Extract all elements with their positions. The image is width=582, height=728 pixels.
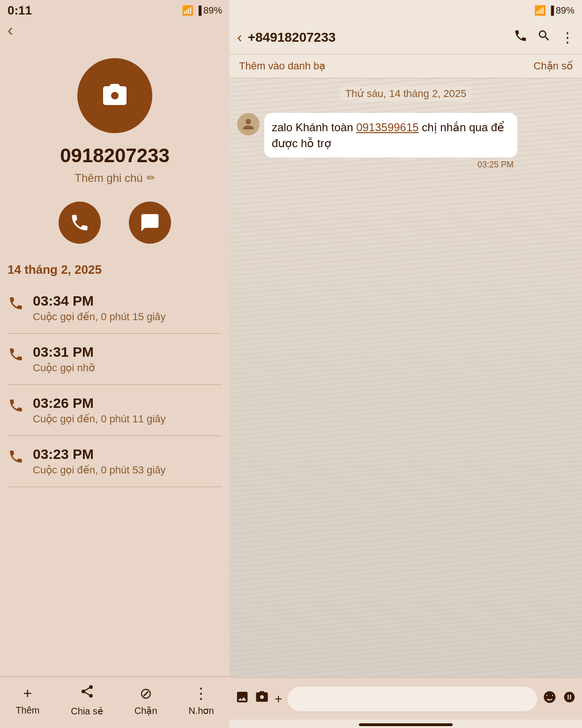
message-bubble-1: zalo Khánh toàn 0913599615 chị nhắn qua … — [264, 113, 517, 158]
bottom-item-share[interactable]: Chia sẻ — [71, 684, 103, 717]
right-panel: 📶 ▐ 89% ‹ +84918207233 ⋮ Thêm vào danh b… — [230, 0, 582, 728]
missed-call-icon — [8, 346, 24, 362]
message-row-1: zalo Khánh toàn 0913599615 chị nhắn qua … — [230, 109, 582, 161]
action-buttons — [59, 202, 171, 244]
wifi-icon-left: 📶 — [182, 5, 194, 16]
block-number-btn[interactable]: Chặn số — [534, 60, 573, 72]
add-label: Thêm — [15, 705, 39, 716]
add-to-contact-btn[interactable]: Thêm vào danh bạ — [239, 60, 325, 72]
more-label: N.hơn — [188, 705, 214, 716]
call-desc-4: Cuộc gọi đến, 0 phút 53 giây — [33, 464, 222, 476]
call-missed-icon-2 — [7, 346, 24, 363]
msg-time-1: 03:25 PM — [478, 159, 514, 171]
chat-header-icons: ⋮ — [514, 29, 575, 46]
phone-icon — [69, 212, 90, 233]
status-time-left: 0:11 — [7, 3, 32, 18]
chat-messages-area: Thứ sáu, 14 tháng 2, 2025 zalo Khánh toà… — [230, 78, 582, 677]
chat-input-field[interactable] — [288, 687, 537, 711]
signal-icon-left: ▐ — [195, 6, 201, 15]
call-item-2: 03:31 PM Cuộc gọi nhỡ — [7, 334, 222, 385]
status-icons-left: 📶 ▐ 89% — [182, 5, 222, 16]
call-in-icon-3 — [7, 397, 24, 414]
call-details-1: 03:34 PM Cuộc gọi đến, 0 phút 15 giây — [33, 293, 222, 323]
sticker-icon[interactable] — [543, 690, 557, 707]
call-in-icon-4 — [7, 448, 24, 465]
call-desc-1: Cuộc gọi đến, 0 phút 15 giây — [33, 311, 222, 323]
share-icon — [80, 684, 95, 703]
call-time-4: 03:23 PM — [33, 446, 222, 462]
call-details-2: 03:31 PM Cuộc gọi nhỡ — [33, 344, 222, 374]
date-separator-text: Thứ sáu, 14 tháng 2, 2025 — [340, 86, 472, 101]
block-icon: ⊘ — [140, 684, 152, 702]
more-header-icon[interactable]: ⋮ — [560, 29, 575, 45]
chat-input-area: + — [230, 677, 582, 720]
pencil-icon: ✏ — [147, 172, 155, 184]
battery-right: 89% — [556, 5, 575, 16]
more-icon: ⋮ — [194, 684, 209, 702]
call-item-3: 03:26 PM Cuộc gọi đến, 0 phút 11 giây — [7, 385, 222, 436]
call-item-1: 03:34 PM Cuộc gọi đến, 0 phút 15 giây — [7, 283, 222, 334]
chat-header: ‹ +84918207233 ⋮ — [230, 21, 582, 54]
back-button-left[interactable]: ‹ — [7, 21, 13, 40]
message-button[interactable] — [129, 202, 171, 244]
back-button-right[interactable]: ‹ — [237, 29, 242, 46]
incoming-call-icon — [8, 295, 24, 311]
status-bar-right: 📶 ▐ 89% — [230, 0, 582, 21]
gallery-icon[interactable] — [235, 690, 249, 707]
msg-link[interactable]: 0913599615 — [356, 121, 418, 134]
call-date-label: 14 tháng 2, 2025 — [7, 263, 102, 277]
bottom-bar-left: + Thêm Chia sẻ ⊘ Chặn ⋮ N.hơn — [0, 676, 230, 728]
chat-action-bar: Thêm vào danh bạ Chặn số — [230, 54, 582, 78]
call-time-1: 03:34 PM — [33, 293, 222, 309]
call-details-3: 03:26 PM Cuộc gọi đến, 0 phút 11 giây — [33, 395, 222, 425]
block-label: Chặn — [134, 705, 157, 716]
msg-text-before-link: zalo Khánh toàn — [272, 121, 356, 134]
chat-icon — [140, 212, 160, 233]
status-bar-left: 0:11 📶 ▐ 89% — [0, 0, 230, 21]
plus-chat-icon[interactable]: + — [275, 691, 282, 706]
call-header-icon[interactable] — [514, 29, 528, 46]
call-desc-3: Cuộc gọi đến, 0 phút 11 giây — [33, 413, 222, 425]
add-note-row[interactable]: Thêm ghi chú ✏ — [75, 172, 155, 185]
call-button[interactable] — [59, 202, 101, 244]
call-in-icon-1 — [7, 295, 24, 312]
call-desc-2: Cuộc gọi nhỡ — [33, 362, 222, 374]
wave-icon[interactable] — [562, 690, 576, 707]
chat-contact-title: +84918207233 — [248, 30, 508, 45]
search-header-icon[interactable] — [537, 29, 551, 46]
camera-icon — [101, 82, 129, 110]
bottom-item-more[interactable]: ⋮ N.hơn — [188, 684, 214, 716]
call-details-4: 03:23 PM Cuộc gọi đến, 0 phút 53 giây — [33, 446, 222, 476]
status-icons-right: 📶 ▐ 89% — [534, 5, 575, 16]
share-label: Chia sẻ — [71, 705, 103, 717]
contact-phone-number: 0918207233 — [60, 144, 170, 167]
signal-icon-right: ▐ — [548, 6, 554, 15]
call-time-2: 03:31 PM — [33, 344, 222, 360]
bottom-item-block[interactable]: ⊘ Chặn — [134, 684, 157, 716]
incoming-call-icon-3 — [8, 398, 24, 413]
nav-indicator — [359, 723, 453, 726]
wifi-icon-right: 📶 — [534, 5, 546, 16]
user-icon — [242, 118, 255, 131]
left-panel: 0:11 📶 ▐ 89% ‹ 0918207233 Thêm ghi chú ✏ — [0, 0, 230, 728]
battery-left: 89% — [203, 5, 222, 16]
date-separator: Thứ sáu, 14 tháng 2, 2025 — [230, 78, 582, 109]
sender-avatar — [237, 113, 260, 135]
call-item-4: 03:23 PM Cuộc gọi đến, 0 phút 53 giây — [7, 436, 222, 487]
bottom-item-add[interactable]: + Thêm — [15, 685, 39, 716]
contact-avatar — [77, 58, 152, 133]
add-icon: + — [23, 685, 32, 702]
call-time-3: 03:26 PM — [33, 395, 222, 411]
camera-chat-icon[interactable] — [255, 690, 269, 707]
call-list: 03:34 PM Cuộc gọi đến, 0 phút 15 giây 03… — [0, 283, 230, 487]
add-note-label: Thêm ghi chú — [75, 172, 142, 185]
incoming-call-icon-4 — [8, 449, 24, 465]
